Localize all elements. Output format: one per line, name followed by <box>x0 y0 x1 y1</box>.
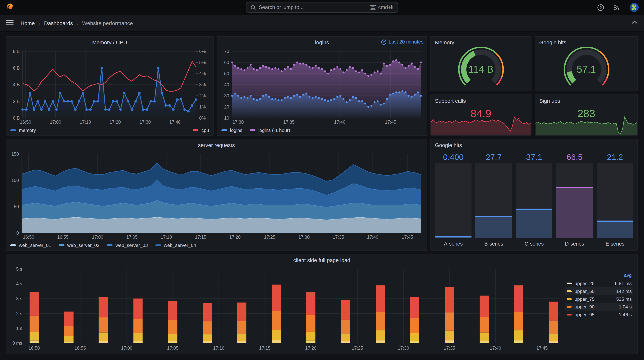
svg-text:17:05: 17:05 <box>126 235 138 240</box>
legend-swatch <box>59 244 64 246</box>
panel-title-google-hits[interactable]: Google hits <box>535 36 638 48</box>
bar-gauge-d-series: 66.5D-series <box>556 152 593 247</box>
svg-text:16:50: 16:50 <box>28 346 40 350</box>
google-hits-bar-gauge: 0.400A-series27.7B-series37.1C-series66.… <box>435 152 633 247</box>
rss-icon[interactable] <box>613 4 620 11</box>
logins-chart[interactable]: 17:3017:3517:4017:4510203040506070 <box>218 48 426 125</box>
svg-text:17:30: 17:30 <box>298 235 310 240</box>
svg-text:17:40: 17:40 <box>169 120 180 124</box>
bar-gauge-fill <box>435 236 472 238</box>
grafana-logo-icon[interactable] <box>6 3 15 12</box>
client-load-legend: avgupper_256.81 msupper_50142 msupper_75… <box>565 272 634 318</box>
svg-text:17:15: 17:15 <box>259 346 270 350</box>
svg-text:70: 70 <box>224 49 229 54</box>
svg-text:17:00: 17:00 <box>121 346 132 350</box>
legend-row-upper_50[interactable]: upper_50142 ms <box>565 287 634 295</box>
user-avatar[interactable] <box>629 2 639 12</box>
clock-icon <box>381 39 386 45</box>
svg-text:8 B: 8 B <box>13 49 20 54</box>
svg-text:50: 50 <box>224 71 229 76</box>
svg-text:17:25: 17:25 <box>352 346 363 350</box>
chevron-up-icon[interactable] <box>632 20 638 24</box>
client-load-chart[interactable]: 16:5016:5517:0017:0517:1017:1517:2017:25… <box>7 266 564 351</box>
panel-client-load: client side full page load 16:5016:5517:… <box>6 254 638 354</box>
bar-gauge-fill <box>556 187 593 238</box>
svg-text:17:45: 17:45 <box>385 120 396 124</box>
panel-title-client-load[interactable]: client side full page load <box>6 254 638 266</box>
legend-item-web-server-04[interactable]: web_server_04 <box>155 243 196 248</box>
panel-memory-cpu: Memory / CPU 16:5017:0017:1017:2017:3017… <box>6 36 214 136</box>
svg-text:17:45: 17:45 <box>402 235 413 240</box>
svg-text:6 B: 6 B <box>13 66 20 70</box>
bar-gauge-label: B-series <box>475 238 512 247</box>
bar-gauge-b-series: 27.7B-series <box>475 152 512 247</box>
bar-gauge-value: 37.1 <box>516 152 552 163</box>
svg-text:30: 30 <box>224 93 229 98</box>
breadcrumb-home[interactable]: Home <box>20 20 35 26</box>
svg-text:17:10: 17:10 <box>80 120 91 124</box>
svg-text:0: 0 <box>16 230 19 236</box>
server-requests-chart[interactable]: 16:5016:5517:0017:0517:1017:1517:2017:25… <box>7 151 426 240</box>
svg-text:17:45: 17:45 <box>536 346 548 350</box>
top-nav-bar: Search or jump to... cmd+k ? <box>0 0 644 15</box>
svg-text:5%: 5% <box>199 60 206 65</box>
panel-server-requests: server requests 16:5016:5517:0017:0517:1… <box>6 139 427 250</box>
menu-icon[interactable] <box>6 20 14 26</box>
legend-column-avg[interactable]: avg <box>565 272 634 279</box>
legend-swatch <box>193 130 198 131</box>
svg-text:17:35: 17:35 <box>444 346 455 350</box>
legend-item-web-server-02[interactable]: web_server_02 <box>59 243 100 248</box>
panel-title-server-requests[interactable]: server requests <box>6 139 427 151</box>
legend-item-logins-1-hour-[interactable]: logins (-1 hour) <box>250 128 290 133</box>
legend-item-cpu[interactable]: cpu <box>193 128 209 133</box>
panel-sign-ups: Sign ups 283 <box>535 94 638 136</box>
panel-memory-gauge: Memory 114 B <box>430 36 532 91</box>
search-input[interactable]: Search or jump to... cmd+k <box>246 2 398 13</box>
memory-cpu-chart[interactable]: 16:5017:0017:1017:2017:3017:400 B2 B4 B6… <box>7 48 212 125</box>
panel-title-google-hits-bars[interactable]: Google hits <box>431 139 638 151</box>
legend-row-upper_90[interactable]: upper_901.04 s <box>565 303 634 310</box>
bar-gauge-label: D-series <box>556 238 593 247</box>
svg-text:1%: 1% <box>199 104 206 110</box>
svg-text:17:00: 17:00 <box>50 120 61 124</box>
legend-swatch <box>567 314 572 315</box>
svg-text:40: 40 <box>224 82 229 87</box>
legend-row-upper_25[interactable]: upper_256.81 ms <box>565 279 634 287</box>
time-range-label[interactable]: Last 20 minutes <box>381 39 424 45</box>
panel-title-memory[interactable]: Memory <box>431 36 531 48</box>
legend-row-upper_95[interactable]: upper_951.46 s <box>565 310 634 318</box>
legend-item-logins[interactable]: logins <box>222 128 242 133</box>
bar-gauge-track <box>597 163 634 238</box>
svg-text:17:40: 17:40 <box>490 346 501 350</box>
bar-gauge-fill <box>516 209 552 238</box>
support-calls-value: 84.9 <box>431 107 531 120</box>
memory-cpu-legend: memorycpu <box>10 126 209 134</box>
search-icon <box>250 5 256 10</box>
legend-swatch <box>222 130 227 131</box>
panel-title-support-calls[interactable]: Support calls <box>431 95 531 106</box>
help-icon[interactable]: ? <box>597 4 604 11</box>
legend-item-web-server-01[interactable]: web_server_01 <box>10 243 51 248</box>
svg-text:?: ? <box>600 5 602 10</box>
bar-gauge-label: C-series <box>516 238 552 247</box>
svg-text:16:50: 16:50 <box>20 120 31 124</box>
legend-item-web-server-03[interactable]: web_server_03 <box>107 243 148 248</box>
shortcut-hint: cmd+k <box>370 4 394 10</box>
svg-text:60: 60 <box>224 60 229 65</box>
legend-item-memory[interactable]: memory <box>10 128 36 133</box>
svg-text:3 s: 3 s <box>16 296 22 301</box>
svg-text:100: 100 <box>11 178 19 183</box>
panel-title-memory-cpu[interactable]: Memory / CPU <box>6 36 213 48</box>
breadcrumb-separator: › <box>77 20 78 26</box>
bar-gauge-label: E-series <box>597 238 634 247</box>
svg-text:3%: 3% <box>199 82 206 87</box>
legend-row-upper_75[interactable]: upper_75535 ms <box>565 295 634 303</box>
legend-swatch <box>10 130 16 131</box>
breadcrumb-dashboards[interactable]: Dashboards <box>44 20 73 26</box>
svg-text:0%: 0% <box>199 116 206 120</box>
search-placeholder: Search or jump to... <box>259 4 367 10</box>
legend-swatch <box>567 290 572 292</box>
panel-title-sign-ups[interactable]: Sign ups <box>535 95 638 106</box>
legend-swatch <box>155 244 161 246</box>
svg-text:17:20: 17:20 <box>110 120 121 124</box>
